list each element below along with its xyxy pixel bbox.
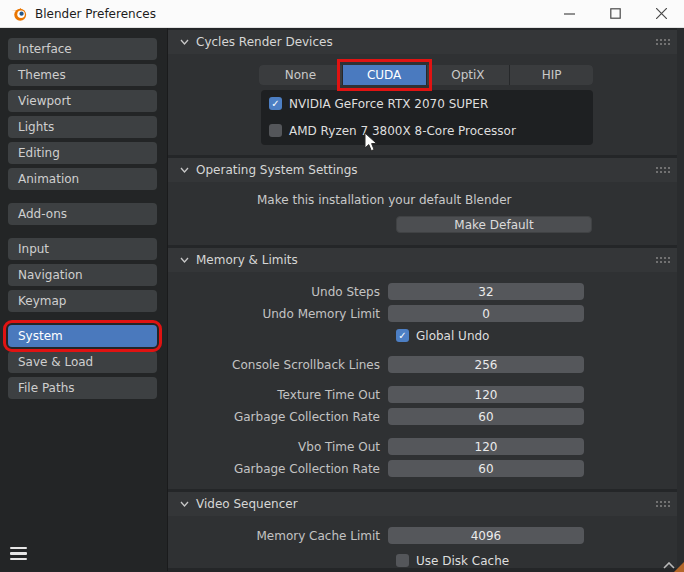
field-label: Vbo Time Out bbox=[168, 440, 388, 454]
panel-grip-icon[interactable] bbox=[655, 500, 671, 508]
undo-steps-row: Undo Steps 32 bbox=[168, 283, 684, 300]
vbo-gc-rate-row: Garbage Collection Rate 60 bbox=[168, 460, 684, 477]
checkbox-label: Use Disk Cache bbox=[416, 554, 509, 568]
hamburger-icon bbox=[10, 547, 27, 549]
sidebar-group-divider bbox=[8, 316, 157, 325]
cycles-section-header[interactable]: Cycles Render Devices bbox=[168, 30, 684, 54]
sidebar-item-lights[interactable]: Lights bbox=[8, 116, 157, 138]
video-section-header[interactable]: Video Sequencer bbox=[168, 492, 684, 516]
console-scrollback-field[interactable]: 256 bbox=[388, 356, 584, 373]
texture-gc-rate-row: Garbage Collection Rate 60 bbox=[168, 408, 684, 425]
collapse-chevron-icon[interactable] bbox=[180, 257, 189, 263]
texture-timeout-row: Texture Time Out 120 bbox=[168, 386, 684, 403]
blender-preferences-window: Blender Preferences Interface Themes Vie… bbox=[0, 0, 684, 572]
console-scrollback-row: Console Scrollback Lines 256 bbox=[168, 356, 684, 373]
texture-timeout-field[interactable]: 120 bbox=[388, 386, 584, 403]
panel-grip-icon[interactable] bbox=[655, 166, 671, 174]
panel-grip-icon[interactable] bbox=[655, 38, 671, 46]
render-device-tabs: None CUDA OptiX HIP bbox=[259, 65, 593, 85]
cuda-device-list: NVIDIA GeForce RTX 2070 SUPER AMD Ryzen … bbox=[261, 90, 593, 145]
collapse-chevron-icon[interactable] bbox=[180, 39, 189, 45]
corner-resize-accent bbox=[674, 562, 684, 572]
use-disk-cache-checkbox[interactable] bbox=[396, 554, 409, 567]
make-default-button[interactable]: Make Default bbox=[396, 216, 592, 233]
scroll-up-chevron-icon[interactable] bbox=[663, 562, 675, 569]
sidebar-item-label: Save & Load bbox=[18, 355, 93, 369]
default-blender-description: Make this installation your default Blen… bbox=[257, 193, 684, 208]
section-title: Cycles Render Devices bbox=[196, 35, 333, 49]
panel-grip-icon[interactable] bbox=[655, 256, 671, 264]
sidebar-item-system[interactable]: System bbox=[8, 325, 157, 347]
device-label: NVIDIA GeForce RTX 2070 SUPER bbox=[289, 97, 488, 111]
sidebar-item-label: Animation bbox=[18, 172, 79, 186]
tab-hip[interactable]: HIP bbox=[510, 65, 593, 85]
section-operating-system-settings: Operating System Settings Make this inst… bbox=[168, 158, 684, 245]
window-title: Blender Preferences bbox=[35, 7, 156, 21]
sidebar-item-label: Navigation bbox=[18, 268, 83, 282]
sidebar-item-themes[interactable]: Themes bbox=[8, 64, 157, 86]
section-title: Video Sequencer bbox=[196, 497, 298, 511]
window-controls bbox=[546, 0, 684, 27]
global-undo-checkbox[interactable] bbox=[396, 329, 409, 342]
tab-optix[interactable]: OptiX bbox=[427, 65, 510, 85]
memory-cache-limit-row: Memory Cache Limit 4096 bbox=[168, 527, 684, 544]
sidebar-item-input[interactable]: Input bbox=[8, 238, 157, 260]
close-button[interactable] bbox=[638, 0, 684, 27]
sidebar-item-editing[interactable]: Editing bbox=[8, 142, 157, 164]
sidebar-item-addons[interactable]: Add-ons bbox=[8, 203, 157, 225]
section-cycles-render-devices: Cycles Render Devices None CUDA OptiX HI… bbox=[168, 30, 684, 155]
preferences-main-panel: Cycles Render Devices None CUDA OptiX HI… bbox=[168, 28, 684, 571]
nvidia-device-checkbox[interactable] bbox=[269, 97, 282, 110]
os-section-header[interactable]: Operating System Settings bbox=[168, 158, 684, 182]
checkbox-label: Global Undo bbox=[416, 329, 489, 343]
memory-section-header[interactable]: Memory & Limits bbox=[168, 248, 684, 272]
vbo-timeout-row: Vbo Time Out 120 bbox=[168, 438, 684, 455]
minimize-icon bbox=[564, 8, 575, 19]
field-label: Console Scrollback Lines bbox=[168, 358, 388, 372]
undo-memory-limit-field[interactable]: 0 bbox=[388, 305, 584, 322]
sidebar-item-label: Add-ons bbox=[18, 207, 67, 221]
section-title: Memory & Limits bbox=[196, 253, 298, 267]
section-memory-limits: Memory & Limits Undo Steps 32 Undo Memor… bbox=[168, 248, 684, 489]
tab-cuda[interactable]: CUDA bbox=[343, 65, 426, 85]
sidebar-item-label: Viewport bbox=[18, 94, 71, 108]
sidebar-item-label: Input bbox=[18, 242, 49, 256]
preferences-sidebar: Interface Themes Viewport Lights Editing… bbox=[0, 28, 168, 571]
texture-gc-rate-field[interactable]: 60 bbox=[388, 408, 584, 425]
sidebar-item-save-load[interactable]: Save & Load bbox=[8, 351, 157, 373]
field-label: Texture Time Out bbox=[168, 388, 388, 402]
field-label: Garbage Collection Rate bbox=[168, 410, 388, 424]
sidebar-item-label: Keymap bbox=[18, 294, 66, 308]
section-video-sequencer: Video Sequencer Memory Cache Limit 4096 … bbox=[168, 492, 684, 568]
close-icon bbox=[656, 8, 667, 19]
sidebar-item-keymap[interactable]: Keymap bbox=[8, 290, 157, 312]
sidebar-item-viewport[interactable]: Viewport bbox=[8, 90, 157, 112]
sidebar-item-file-paths[interactable]: File Paths bbox=[8, 377, 157, 399]
undo-memory-limit-row: Undo Memory Limit 0 bbox=[168, 305, 684, 322]
titlebar: Blender Preferences bbox=[0, 0, 684, 28]
sidebar-item-animation[interactable]: Animation bbox=[8, 168, 157, 190]
collapse-chevron-icon[interactable] bbox=[180, 501, 189, 507]
sidebar-group-divider bbox=[8, 229, 157, 238]
blender-logo-icon bbox=[10, 5, 27, 22]
maximize-button[interactable] bbox=[592, 0, 638, 27]
vbo-gc-rate-field[interactable]: 60 bbox=[388, 460, 584, 477]
amd-cpu-device-checkbox[interactable] bbox=[269, 124, 282, 137]
undo-steps-field[interactable]: 32 bbox=[388, 283, 584, 300]
device-row-amd-cpu: AMD Ryzen 7 3800X 8-Core Processor bbox=[269, 123, 585, 138]
sidebar-item-interface[interactable]: Interface bbox=[8, 38, 157, 60]
tab-none[interactable]: None bbox=[259, 65, 342, 85]
collapse-chevron-icon[interactable] bbox=[180, 167, 189, 173]
preferences-menu-button[interactable] bbox=[10, 547, 27, 560]
field-label: Undo Steps bbox=[168, 285, 388, 299]
memory-cache-limit-field[interactable]: 4096 bbox=[388, 527, 584, 544]
section-title: Operating System Settings bbox=[196, 163, 358, 177]
sidebar-item-label: Themes bbox=[18, 68, 66, 82]
global-undo-row: Global Undo bbox=[396, 328, 684, 343]
sidebar-item-label: File Paths bbox=[18, 381, 75, 395]
vbo-timeout-field[interactable]: 120 bbox=[388, 438, 584, 455]
sidebar-item-label: Interface bbox=[18, 42, 72, 56]
minimize-button[interactable] bbox=[546, 0, 592, 27]
sidebar-group-divider bbox=[8, 194, 157, 203]
sidebar-item-navigation[interactable]: Navigation bbox=[8, 264, 157, 286]
